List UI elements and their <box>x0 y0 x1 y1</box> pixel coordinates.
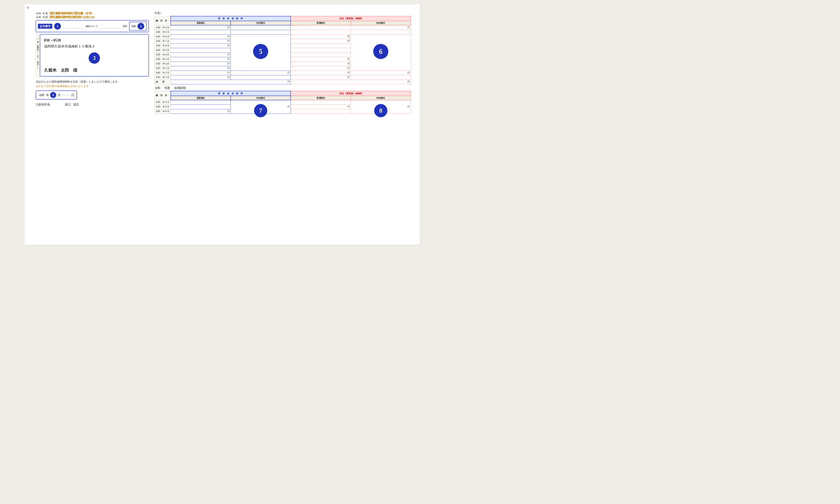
cell: 円 <box>290 70 350 75</box>
kari-title: 令和 年度 仮徴収額 <box>154 86 411 90</box>
badge-5: 5 <box>253 44 268 59</box>
cell: 円 <box>230 70 290 75</box>
document-page: ① 令和 年度 国民健康保険料納付通知書（令和 令和 年度 国民健康保険料仮徴収… <box>24 4 420 245</box>
cell: ・ <box>230 25 290 30</box>
cell: 円 <box>290 39 350 43</box>
cell-badge5: 5 <box>230 34 290 70</box>
col-sub-tokubetsu-after: 特別徴収 <box>350 21 410 26</box>
cell <box>290 52 350 57</box>
cell <box>170 100 230 104</box>
cell: 円 <box>350 70 410 75</box>
nendo-label: 年度） <box>154 12 411 15</box>
date-nen-suffix: 年 <box>46 93 49 97</box>
cell: 円 <box>290 75 350 80</box>
col-sub-futsuu-before: 普通徴収 <box>170 21 230 26</box>
badge-4: 4 <box>50 92 56 98</box>
page-circle-number: ① <box>26 6 29 10</box>
funen-field: 賦年 2 <box>129 22 146 31</box>
cell: ・ <box>230 30 290 34</box>
date-month: 月 <box>58 93 61 97</box>
cell-badge6: 6 <box>350 34 410 70</box>
address-box: 830－8520 福岡県久留米市城南町１５番地３ 3 久留米 太郎 様 <box>40 34 149 77</box>
badge-2: 2 <box>137 23 144 30</box>
cell: 円 <box>170 52 230 57</box>
signatory-right: 原口 新五 <box>65 103 79 107</box>
cell <box>170 104 230 109</box>
header-main-1: 国民健康保険料納付通知書（令和 <box>49 12 92 15</box>
cell <box>170 48 230 52</box>
cell: 円 <box>170 57 230 61</box>
kari-sub-tokubetsu-before: 特別徴収 <box>230 96 290 100</box>
header-nendo-1: 年度 <box>42 12 48 15</box>
cell <box>290 43 350 48</box>
col-header-before: 変 更 前 保 険 料 <box>170 16 290 21</box>
cell: 円 <box>290 66 350 70</box>
table-row: 令和 年２月 円 円 円 円 <box>154 70 410 75</box>
kari-col-header-after: 決定（変更後）保険料 <box>290 91 410 96</box>
cell: 円 <box>170 70 230 75</box>
cell: 円 <box>290 104 350 109</box>
month-october: 令和 年10月 <box>154 52 170 57</box>
kari-month-april: 令和 年４月 <box>154 100 170 104</box>
code-box-area: 記号番号 1 納付コード 決年 賦年 2 <box>35 20 149 32</box>
table-row: 令和 年４月 円 ・ 円 <box>154 25 410 30</box>
kari-month-june: 令和 年６月 <box>154 104 170 109</box>
header-row-1: 令和 年度 国民健康保険料納付通知書（令和 <box>35 12 149 15</box>
header-row-2: 令和 年度 国民健康保険料仮徴収額のお知らせ <box>35 15 149 19</box>
kari-sub-tokubetsu-after: 特別徴収 <box>350 96 410 100</box>
kari-col-header-before: 変 更 前 保 険 料 <box>170 91 290 96</box>
badge-8: 8 <box>374 104 387 117</box>
table-row: 令和 年３月 円 円 <box>154 75 410 80</box>
main-insurance-table: 納 付 月 変 更 前 保 険 料 決定（変更後）保険料 普通徴収 特別徴収 普… <box>154 16 411 84</box>
table-row: 令和 年６月 円 5 円 6 <box>154 34 410 39</box>
cell <box>350 75 410 80</box>
cell <box>290 30 350 34</box>
month-november: 令和 年11月 <box>154 57 170 61</box>
address-outer: この通知書は、世帯主が国民健康保険の加入者でない場合でも、世帯主宛に通知します。… <box>35 34 149 77</box>
cell: 円 <box>170 66 230 70</box>
right-section: 年度） 納 付 月 変 更 前 保 険 料 決定（変更後）保険料 普通徴収 特別… <box>154 12 411 114</box>
kari-table-row: 令和 年４月 7 円 8 円 <box>154 100 410 104</box>
kari-month-august: 令和 年８月 <box>154 109 170 113</box>
cell: 円 <box>170 75 230 80</box>
left-section: 令和 年度 国民健康保険料納付通知書（令和 令和 年度 国民健康保険料仮徴収額の… <box>35 12 149 107</box>
kari-reiwa: 令和 <box>154 86 160 89</box>
cell: ・ <box>350 30 410 34</box>
side-note: この通知書は、世帯主が国民健康保険の加入者でない場合でも、世帯主宛に通知します。 <box>35 34 40 77</box>
cell <box>290 25 350 30</box>
badge-7: 7 <box>254 104 267 117</box>
date-day: 日 <box>71 93 74 97</box>
nayfu-code-label: 納付コード <box>85 25 98 28</box>
table-row-total: 合 計 円 円 <box>154 80 410 84</box>
postal-code: 830－8520 <box>44 38 144 43</box>
col-sub-futsuu-after: 普通徴収 <box>290 21 350 26</box>
col-header-month: 納 付 月 <box>154 16 170 25</box>
kari-nendo: 年度 <box>164 86 170 89</box>
cell-badge7: 7 円 <box>230 100 290 113</box>
col-header-after: 決定（変更後）保険料 <box>290 16 410 21</box>
cell <box>230 75 290 80</box>
header-main-2: 国民健康保険料仮徴収額のお知らせ <box>49 15 94 19</box>
header-reiwa-2: 令和 <box>35 16 41 19</box>
cell <box>290 100 350 104</box>
date-reiwa: 令和 <box>38 93 44 97</box>
cell <box>290 109 350 113</box>
kari-sub-futsuu-after: 普通徴収 <box>290 96 350 100</box>
signatory-left: 久留米市長 <box>35 103 50 107</box>
header-nendo-2: 年度 <box>42 16 48 19</box>
date-box: 令和 年 4 月 日 <box>35 90 77 100</box>
cell-badge8: 8 円 <box>350 100 410 113</box>
month-december: 令和 年12月 <box>154 61 170 66</box>
kari-kari: 仮徴収額 <box>174 86 186 89</box>
notification-line-1: 右記のとおり国民健康保険料を決定（変更）しましたので通知します。 <box>35 79 149 84</box>
fu-nen-label: 賦年 <box>131 25 136 28</box>
month-april: 令和 年４月 <box>154 25 170 30</box>
recipient-name: 久留米 太郎 様 <box>44 67 144 73</box>
ketsu-nen-label: 決年 <box>122 25 127 28</box>
month-total: 合 計 <box>154 80 170 84</box>
address-line: 福岡県久留米市城南町１５番地３ <box>44 44 144 49</box>
cell-total-before: 円 <box>170 80 290 84</box>
cell: 円 <box>170 25 230 30</box>
cell: 円 <box>170 109 230 113</box>
cell: 円 <box>170 39 230 43</box>
